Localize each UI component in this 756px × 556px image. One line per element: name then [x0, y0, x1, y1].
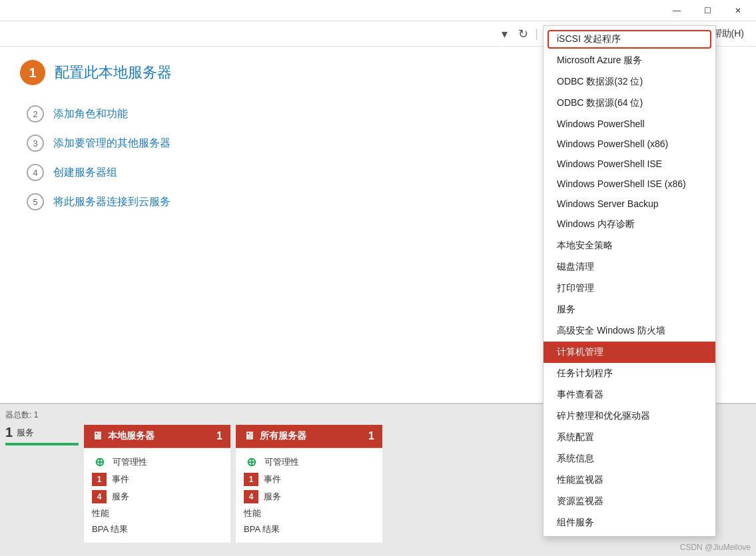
minimize-button[interactable]: —	[661, 0, 692, 21]
all-servers-card: 🖥 所有服务器 1 ⊕ 可管理性 1 事件 4 服务 性能	[236, 425, 382, 543]
all-servers-title: 所有服务器	[260, 430, 306, 442]
dropdown-item-ps86[interactable]: Windows PowerShell (x86)	[544, 134, 715, 154]
dropdown-item-psise86[interactable]: Windows PowerShell ISE (x86)	[544, 174, 715, 194]
local-server-card: 🖥 本地服务器 1 ⊕ 可管理性 1 事件 4 服务 性能	[84, 425, 230, 543]
step2-badge: 2	[27, 105, 44, 123]
step1-title[interactable]: 配置此本地服务器	[55, 63, 172, 83]
all-events-row: 1 事件	[244, 471, 374, 488]
local-server-body: ⊕ 可管理性 1 事件 4 服务 性能 BPA 结果	[84, 448, 230, 543]
local-events-badge: 1	[92, 473, 107, 486]
step5-link[interactable]: 将此服务器连接到云服务	[53, 195, 171, 209]
dropdown-item-services[interactable]: 服务	[544, 299, 715, 320]
dropdown-item-compmgmt[interactable]: 计算机管理	[544, 342, 715, 363]
dropdown-item-secpol[interactable]: 本地安全策略	[544, 235, 715, 256]
dropdown-arrow-icon[interactable]: ▾	[498, 25, 512, 43]
step1-badge: 1	[20, 60, 45, 85]
separator-icon: |	[535, 27, 538, 41]
all-perf-row: 性能	[244, 505, 374, 521]
local-services-badge: 4	[92, 490, 107, 503]
servers-icon: 🖥	[244, 430, 254, 442]
dropdown-item-psise[interactable]: Windows PowerShell ISE	[544, 154, 715, 174]
dropdown-item-odbc32[interactable]: ODBC 数据源(32 位)	[544, 71, 715, 93]
server-icon: 🖥	[92, 430, 103, 442]
local-services-row: 4 服务	[92, 488, 222, 505]
dropdown-item-diskclean[interactable]: 磁盘清理	[544, 256, 715, 278]
dropdown-item-defrag[interactable]: 碎片整理和优化驱动器	[544, 406, 715, 427]
step4-badge: 4	[27, 164, 44, 181]
all-servers-header: 🖥 所有服务器 1	[236, 425, 382, 448]
dropdown-item-printmgmt[interactable]: 打印管理	[544, 278, 715, 299]
services-bar	[5, 443, 79, 445]
local-events-row: 1 事件	[92, 471, 222, 488]
dropdown-item-odbc64[interactable]: ODBC 数据源(64 位)	[544, 93, 715, 114]
services-row: 1 服务	[5, 425, 79, 440]
dropdown-item-perfmon[interactable]: 性能监视器	[544, 469, 715, 491]
step3-link[interactable]: 添加要管理的其他服务器	[53, 137, 171, 150]
all-events-badge: 1	[244, 473, 258, 486]
services-label: 服务	[17, 427, 34, 439]
all-services-badge: 4	[244, 490, 258, 503]
refresh-icon[interactable]: ↻	[514, 25, 532, 43]
dropdown-item-tasksch[interactable]: 任务计划程序	[544, 363, 715, 384]
all-servers-count: 1	[368, 430, 374, 442]
dropdown-item-ps[interactable]: Windows PowerShell	[544, 114, 715, 134]
dropdown-item-wsb[interactable]: Windows Server Backup	[544, 194, 715, 214]
dropdown-item-firewall[interactable]: 高级安全 Windows 防火墙	[544, 320, 715, 342]
local-server-header: 🖥 本地服务器 1	[84, 425, 230, 448]
maximize-button[interactable]: ☐	[692, 0, 723, 21]
all-servers-body: ⊕ 可管理性 1 事件 4 服务 性能 BPA 结果	[236, 448, 382, 543]
services-count: 1	[5, 425, 13, 440]
dropdown-item-sysinfo[interactable]: 系统信息	[544, 448, 715, 469]
title-bar: — ☐ ✕	[0, 0, 756, 21]
all-services-row: 4 服务	[244, 488, 374, 505]
dropdown-item-resmon[interactable]: 资源监视器	[544, 491, 715, 512]
step4-link[interactable]: 创建服务器组	[53, 166, 117, 180]
local-server-count: 1	[216, 430, 222, 442]
step3-badge: 3	[27, 135, 44, 152]
step5-badge: 5	[27, 193, 44, 210]
close-button[interactable]: ✕	[723, 0, 753, 21]
step2-link[interactable]: 添加角色和功能	[53, 107, 128, 121]
dropdown-item-azure[interactable]: Microsoft Azure 服务	[544, 50, 715, 71]
watermark: CSDN @JiuMeilove	[680, 543, 751, 552]
all-manageability-row: ⊕ 可管理性	[244, 453, 374, 471]
local-perf-row: 性能	[92, 505, 222, 521]
local-bpa-row: BPA 结果	[92, 521, 222, 537]
local-server-title: 本地服务器	[108, 430, 155, 442]
all-bpa-row: BPA 结果	[244, 521, 374, 537]
tools-dropdown-menu: iSCSI 发起程序Microsoft Azure 服务ODBC 数据源(32 …	[543, 25, 716, 537]
dropdown-item-comsvcs[interactable]: 组件服务	[544, 512, 715, 533]
green-up-icon: ⊕	[92, 455, 107, 469]
local-manageability-row: ⊕ 可管理性	[92, 453, 222, 471]
dropdown-item-eventvwr[interactable]: 事件查看器	[544, 384, 715, 406]
dropdown-item-iscsi[interactable]: iSCSI 发起程序	[544, 29, 715, 50]
all-green-up-icon: ⊕	[244, 455, 259, 469]
services-column: 1 服务	[5, 425, 79, 451]
dropdown-item-memdiag[interactable]: Windows 内存诊断	[544, 214, 715, 235]
dropdown-item-msconfig[interactable]: 系统配置	[544, 427, 715, 448]
